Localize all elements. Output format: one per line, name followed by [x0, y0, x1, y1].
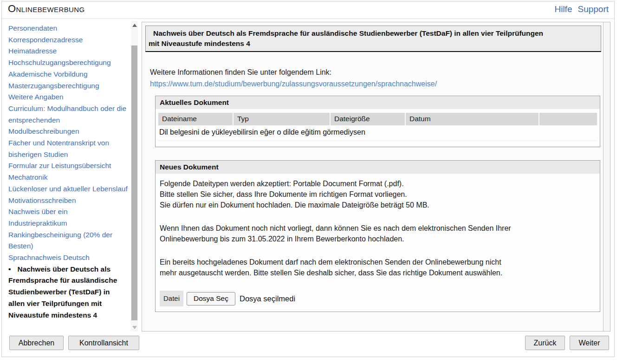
scroll-up-icon[interactable] — [131, 22, 138, 28]
current-document-title: Aktuelles Dokument — [156, 96, 600, 109]
table-header-row: Dateiname Typ Dateigröße Datum — [158, 113, 597, 125]
abbrechen-button[interactable]: Abbrechen — [9, 336, 64, 350]
file-upload-row: Datei Dosya Seç Dosya seçilmedi — [160, 291, 596, 306]
current-document-section: Aktuelles Dokument Dateiname Typ Dateigr… — [155, 96, 600, 147]
kontrollansicht-button[interactable]: Kontrollansicht — [68, 336, 139, 350]
sidebar-item-curriculum[interactable]: Curriculum: Modulhandbuch oder die entsp… — [8, 103, 128, 137]
zurueck-button[interactable]: Zurück — [525, 336, 565, 350]
sidebar-list: Personendaten Korrespondenzadresse Heima… — [8, 23, 128, 321]
sidebar-item-rankingbescheinigung[interactable]: Rankingbescheinigung (20% der Besten) — [8, 229, 128, 252]
sidebar-item-notentranskript[interactable]: Fächer und Notentranskript von bisherige… — [8, 137, 128, 160]
support-link[interactable]: Support — [578, 4, 609, 14]
column-datum: Datum — [406, 113, 539, 125]
deadline-text: Wenn Ihnen das Dokument noch nicht vorli… — [160, 223, 596, 244]
main-content-box: Nachweis über Deutsch als Fremdsprache f… — [142, 22, 610, 332]
sidebar-nav: Personendaten Korrespondenzadresse Heima… — [8, 23, 128, 321]
sidebar-item-korrespondenzadresse[interactable]: Korrespondenzadresse — [8, 34, 128, 46]
current-document-table: Dateiname Typ Dateigröße Datum Dil belge… — [158, 113, 597, 141]
new-document-title: Neues Dokument — [156, 161, 600, 174]
column-typ: Typ — [234, 113, 330, 125]
content-scrollbar[interactable] — [603, 22, 610, 331]
sidebar-item-personendaten[interactable]: Personendaten — [8, 23, 128, 34]
sidebar-item-leistungsuebersicht[interactable]: Formular zur Leistungsübersicht Mechatro… — [8, 160, 128, 183]
sidebar-item-motivationsschreiben[interactable]: Motivationsschreiben — [8, 195, 128, 207]
sidebar-item-akademische-vorbildung[interactable]: Akademische Vorbildung — [8, 69, 128, 80]
warning-text: Ein bereits hochgeladenes Dokument darf … — [160, 257, 596, 278]
scroll-down-icon[interactable] — [131, 324, 138, 331]
file-field-label: Datei — [160, 291, 183, 306]
help-link[interactable]: Hilfe — [554, 4, 572, 14]
choose-file-button[interactable]: Dosya Seç — [187, 292, 235, 306]
header-links: HilfeSupport — [554, 4, 609, 14]
sidebar-item-lebenslauf[interactable]: Lückenloser und aktueller Lebenslauf — [8, 183, 128, 195]
sidebar-item-masterzugangsberechtigung[interactable]: Masterzugangsberechtigung — [8, 80, 128, 92]
sidebar-item-testdaf-active[interactable]: Nachweis über Deutsch als Fremdsprache f… — [8, 264, 128, 321]
info-label: Weitere Informationen finden Sie unter f… — [150, 68, 331, 77]
document-panel-title: Nachweis über Deutsch als Fremdsprache f… — [145, 26, 601, 52]
new-document-body: Folgende Dateitypen werden akzeptiert: P… — [156, 174, 600, 311]
new-document-section: Neues Dokument Folgende Dateitypen werde… — [155, 160, 600, 312]
accepted-formats-text: Folgende Dateitypen werden akzeptiert: P… — [160, 178, 596, 210]
column-empty — [539, 113, 597, 125]
sidebar-item-industriepraktikum[interactable]: Nachweis über ein Industriepraktikum — [8, 206, 128, 229]
file-status-text: Dosya seçilmedi — [240, 293, 295, 304]
weiter-button[interactable]: Weiter — [570, 336, 609, 350]
app-window: Onlinebewerbung HilfeSupport Personendat… — [1, 1, 615, 357]
sidebar-item-hochschulzugangsberechtigung[interactable]: Hochschulzugangsberechtigung — [8, 57, 128, 69]
page-title: Onlinebewerbung — [8, 3, 85, 15]
sidebar-item-heimatadresse[interactable]: Heimatadresse — [8, 46, 128, 57]
table-row: Dil belgesini de yükleyebilirsin eğer o … — [158, 125, 597, 141]
sidebar-item-weitere-angaben[interactable]: Weitere Angaben — [8, 91, 128, 103]
sidebar-scrollbar[interactable] — [131, 21, 138, 332]
app-header: Onlinebewerbung HilfeSupport — [2, 1, 614, 19]
info-link[interactable]: https://www.tum.de/studium/bewerbung/zul… — [150, 80, 437, 88]
column-dateiname: Dateiname — [158, 113, 233, 125]
column-dateigroesse: Dateigröße — [331, 113, 405, 125]
sidebar-item-sprachnachweis-deutsch[interactable]: Sprachnachweis Deutsch — [8, 252, 128, 264]
sidebar-scrollbar-thumb[interactable] — [131, 46, 137, 320]
